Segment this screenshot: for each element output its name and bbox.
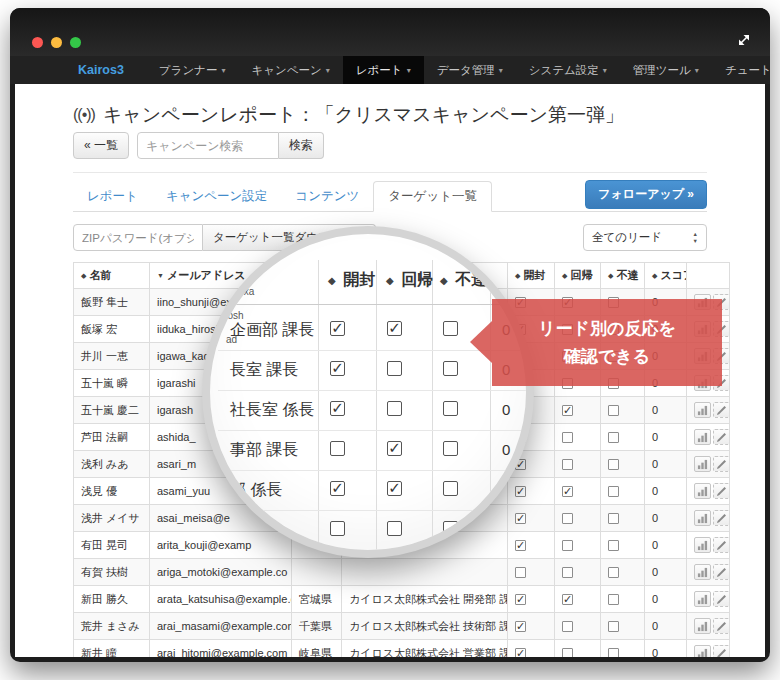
lead-report-chart-button[interactable] (694, 402, 711, 418)
lead-filter-select[interactable]: 全てのリード ▲▼ (583, 224, 707, 251)
page-title: ((•)) キャンペーンレポート：「クリスマスキャンペーン第一弾」 (73, 102, 624, 128)
lead-edit-pencil-button[interactable] (713, 402, 730, 418)
nav-item-レポート[interactable]: レポート▾ (343, 56, 424, 84)
column-header-名前[interactable]: ◆名前 (74, 263, 150, 289)
tab-キャンペーン設定[interactable]: キャンペーン設定 (152, 182, 281, 211)
opened-checkbox[interactable]: ✓ (515, 594, 526, 605)
returned-checkbox[interactable]: ✓ (562, 594, 573, 605)
column-header-開封[interactable]: ◆開封 (508, 263, 555, 289)
actions-cell (687, 559, 730, 586)
bounced-checkbox[interactable] (608, 567, 619, 578)
actions-cell (687, 613, 730, 640)
tab-コンテンツ[interactable]: コンテンツ (281, 182, 373, 211)
returned-checkbox[interactable] (562, 432, 573, 443)
lead-edit-pencil-button[interactable] (713, 591, 730, 607)
table-row[interactable]: 有賀 扶樹 ariga_motoki@example.co 0 (74, 559, 730, 586)
score-cell: 0 (645, 478, 687, 505)
bounced-checkbox[interactable] (608, 648, 619, 657)
sort-icon: ◆ (562, 272, 567, 279)
lead-edit-pencil-button[interactable] (713, 645, 730, 657)
lead-edit-pencil-button[interactable] (713, 429, 730, 445)
nav-item-データ管理[interactable]: データ管理▾ (424, 56, 516, 84)
lead-name-cell: 井川 一恵 (74, 343, 150, 370)
mag-score-value: 0 (502, 441, 510, 458)
tab-レポート[interactable]: レポート (73, 182, 152, 211)
fullscreen-expand-icon[interactable] (736, 32, 752, 48)
bounced-checkbox[interactable] (608, 621, 619, 632)
opened-cell: ✓ (508, 505, 555, 532)
score-cell: 0 (645, 640, 687, 658)
lead-report-chart-button[interactable] (694, 645, 711, 657)
opened-checkbox[interactable]: ✓ (515, 486, 526, 497)
bounced-checkbox[interactable] (608, 405, 619, 416)
back-to-list-button[interactable]: « 一覧 (73, 132, 129, 159)
lead-report-chart-button[interactable] (694, 564, 711, 580)
returned-checkbox[interactable] (562, 621, 573, 632)
nav-item-システム設定[interactable]: システム設定▾ (516, 56, 620, 84)
nav-item-キャンペーン[interactable]: キャンペーン▾ (238, 56, 342, 84)
callout-arrow-icon (470, 321, 492, 363)
mag-header-line (218, 304, 526, 305)
bounced-checkbox[interactable] (608, 432, 619, 443)
page-title-text: キャンペーンレポート：「クリスマスキャンペーン第一弾」 (103, 102, 624, 128)
lead-edit-pencil-button[interactable] (713, 483, 730, 499)
bounced-checkbox[interactable] (608, 540, 619, 551)
opened-checkbox[interactable] (515, 567, 526, 578)
table-row[interactable]: 新井 瞳 arai_hitomi@example.com 岐阜県 カイロス太郎株… (74, 640, 730, 658)
lead-prefecture-cell: 岐阜県 (292, 640, 342, 658)
table-row[interactable]: 荒井 まさみ arai_masami@example.com 千葉県 カイロス太… (74, 613, 730, 640)
lead-edit-pencil-button[interactable] (713, 456, 730, 472)
bounced-checkbox[interactable] (608, 594, 619, 605)
magnifier-lens: ◆ 開封◆ 回帰◆ 不達企画部 課長✓✓0長室 課長✓0社長室 係長✓0事部 課… (202, 226, 534, 558)
lead-edit-pencil-button[interactable] (713, 618, 730, 634)
lead-name-cell: 有賀 扶樹 (74, 559, 150, 586)
returned-checkbox[interactable] (562, 513, 573, 524)
returned-checkbox[interactable] (562, 540, 573, 551)
opened-checkbox[interactable]: ✓ (515, 621, 526, 632)
opened-checkbox[interactable]: ✓ (515, 540, 526, 551)
zip-password-input[interactable] (73, 224, 203, 251)
actions-cell (687, 640, 730, 658)
followup-button[interactable]: フォローアップ » (585, 180, 707, 209)
returned-checkbox[interactable] (562, 567, 573, 578)
returned-checkbox[interactable] (562, 459, 573, 470)
mag-header-開封: ◆ 開封 (328, 270, 375, 291)
tab-ターゲット一覧[interactable]: ターゲット一覧 (373, 181, 492, 212)
column-header-回帰[interactable]: ◆回帰 (555, 263, 601, 289)
opened-checkbox[interactable]: ✓ (515, 513, 526, 524)
close-window-icon[interactable] (32, 37, 43, 48)
nav-item-管理ツール[interactable]: 管理ツール▾ (620, 56, 712, 84)
returned-checkbox[interactable] (562, 648, 573, 657)
lead-report-chart-button[interactable] (694, 510, 711, 526)
column-header-スコア[interactable]: ◆スコア (645, 263, 687, 289)
nav-item-プランナー[interactable]: プランナー▾ (146, 56, 239, 84)
returned-checkbox[interactable]: ✓ (562, 405, 573, 416)
nav-item-チュートリアル[interactable]: チュートリアル (712, 56, 770, 84)
lead-report-chart-button[interactable] (694, 537, 711, 553)
minimize-window-icon[interactable] (51, 37, 62, 48)
lead-edit-pencil-button[interactable] (713, 510, 730, 526)
bounced-checkbox[interactable] (608, 513, 619, 524)
opened-cell: ✓ (508, 613, 555, 640)
column-header-不達[interactable]: ◆不達 (601, 263, 645, 289)
bounced-checkbox[interactable] (608, 459, 619, 470)
search-button[interactable]: 検索 (279, 132, 324, 159)
opened-checkbox[interactable]: ✓ (515, 648, 526, 657)
lead-report-chart-button[interactable] (694, 618, 711, 634)
lead-report-chart-button[interactable] (694, 456, 711, 472)
actions-cell (687, 532, 730, 559)
zoom-window-icon[interactable] (70, 37, 81, 48)
actions-cell (687, 397, 730, 424)
lead-edit-pencil-button[interactable] (713, 564, 730, 580)
bounced-cell (601, 640, 645, 658)
brand-logo[interactable]: Kairos3 (78, 63, 124, 77)
campaign-search-input[interactable] (137, 132, 279, 159)
lead-report-chart-button[interactable] (694, 429, 711, 445)
bounced-checkbox[interactable] (608, 486, 619, 497)
lead-report-chart-button[interactable] (694, 483, 711, 499)
lead-report-chart-button[interactable] (694, 591, 711, 607)
table-row[interactable]: 新田 勝久 arata_katsuhisa@example.com 宮城県 カイ… (74, 586, 730, 613)
mag-bounced-checkbox (443, 401, 458, 416)
lead-edit-pencil-button[interactable] (713, 537, 730, 553)
returned-checkbox[interactable]: ✓ (562, 486, 573, 497)
